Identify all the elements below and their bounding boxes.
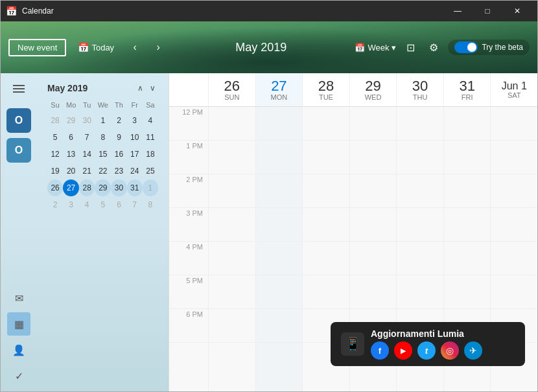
toast-twitter-link[interactable]: t <box>417 341 436 360</box>
cell-fri-1[interactable] <box>444 141 491 174</box>
mini-cal-day-1[interactable]: 1 <box>143 179 158 196</box>
cell-sun-2[interactable] <box>209 174 255 208</box>
cell-fri-12[interactable] <box>444 107 491 141</box>
mini-cal-next[interactable]: ∨ <box>147 82 158 94</box>
mini-cal-day-19[interactable]: 19 <box>47 163 63 179</box>
cell-fri-2[interactable] <box>444 174 491 208</box>
cell-thu-4[interactable] <box>397 242 443 275</box>
mini-cal-day-7[interactable]: 7 <box>79 129 95 146</box>
prev-button[interactable]: ‹ <box>126 38 144 56</box>
cell-wed-12[interactable] <box>350 107 397 141</box>
share-button[interactable]: ⊡ <box>401 38 419 56</box>
mini-cal-day-13[interactable]: 13 <box>63 146 79 163</box>
cell-tue-12[interactable] <box>303 107 349 141</box>
mini-cal-day-30[interactable]: 30 <box>111 179 126 196</box>
mini-cal-day-20[interactable]: 20 <box>63 163 79 179</box>
minimize-button[interactable]: — <box>443 1 473 21</box>
beta-toggle-switch[interactable] <box>454 41 478 53</box>
mini-cal-day-27[interactable]: 27 <box>63 179 79 196</box>
cell-tue-1[interactable] <box>303 141 349 174</box>
cell-wed-5[interactable] <box>350 275 397 309</box>
mini-cal-day-12[interactable]: 12 <box>47 146 63 163</box>
mini-cal-day-8[interactable]: 8 <box>143 196 158 213</box>
cell-mon-12[interactable] <box>256 107 303 141</box>
today-button[interactable]: 📅 Today <box>71 40 121 55</box>
cell-tue-4[interactable] <box>303 242 349 275</box>
cell-wed-3[interactable] <box>350 208 397 242</box>
cell-sat-5[interactable] <box>491 275 537 309</box>
hamburger-menu-button[interactable] <box>7 77 30 100</box>
mini-cal-day-22[interactable]: 22 <box>95 163 111 179</box>
mini-cal-day-31[interactable]: 31 <box>127 179 143 196</box>
cell-mon-3[interactable] <box>256 208 303 242</box>
mini-cal-day-29[interactable]: 29 <box>63 112 79 129</box>
cell-mon-2[interactable] <box>256 174 303 208</box>
mini-cal-day-29[interactable]: 29 <box>95 179 111 196</box>
mini-cal-day-23[interactable]: 23 <box>111 163 126 179</box>
mini-cal-day-24[interactable]: 24 <box>127 163 143 179</box>
settings-button[interactable]: ⚙ <box>425 38 443 56</box>
mini-cal-day-3[interactable]: 3 <box>63 196 79 213</box>
mini-cal-prev[interactable]: ∧ <box>135 82 146 94</box>
sidebar-item-outlook2[interactable]: O <box>6 138 31 163</box>
cell-sat-3[interactable] <box>491 208 537 242</box>
mini-cal-day-10[interactable]: 10 <box>127 129 143 146</box>
sidebar-item-tasks[interactable]: ✓ <box>7 364 30 387</box>
cell-mon-4[interactable] <box>256 242 303 275</box>
mini-cal-day-5[interactable]: 5 <box>95 196 111 213</box>
cell-wed-1[interactable] <box>350 141 397 174</box>
cell-sat-2[interactable] <box>491 174 537 208</box>
cell-fri-3[interactable] <box>444 208 491 242</box>
cell-mon-5[interactable] <box>256 275 303 309</box>
mini-cal-day-16[interactable]: 16 <box>111 146 126 163</box>
maximize-button[interactable]: □ <box>473 1 502 21</box>
mini-cal-day-9[interactable]: 9 <box>111 129 126 146</box>
mini-cal-day-15[interactable]: 15 <box>95 146 111 163</box>
toast-instagram-link[interactable]: ◎ <box>441 341 459 360</box>
mini-cal-day-2[interactable]: 2 <box>111 112 126 129</box>
mini-cal-day-11[interactable]: 11 <box>143 129 158 146</box>
cell-sun-3[interactable] <box>209 208 255 242</box>
mini-cal-day-7[interactable]: 7 <box>127 196 143 213</box>
cell-tue-3[interactable] <box>303 208 349 242</box>
mini-cal-day-28[interactable]: 28 <box>47 112 63 129</box>
cell-wed-2[interactable] <box>350 174 397 208</box>
mini-cal-day-6[interactable]: 6 <box>63 129 79 146</box>
cell-sat-1[interactable] <box>491 141 537 174</box>
next-button[interactable]: › <box>149 38 167 56</box>
cell-mon-6[interactable] <box>256 309 303 343</box>
mini-cal-day-5[interactable]: 5 <box>47 129 63 146</box>
mini-cal-day-8[interactable]: 8 <box>95 129 111 146</box>
mini-cal-day-4[interactable]: 4 <box>79 196 95 213</box>
cell-thu-3[interactable] <box>397 208 443 242</box>
sidebar-item-outlook1[interactable]: O <box>6 108 31 133</box>
mini-cal-day-3[interactable]: 3 <box>127 112 143 129</box>
mini-cal-day-26[interactable]: 26 <box>47 179 63 196</box>
cell-sun-12[interactable] <box>209 107 255 141</box>
toast-telegram-link[interactable]: ✈ <box>464 341 482 360</box>
cell-thu-2[interactable] <box>397 174 443 208</box>
toast-facebook-link[interactable]: f <box>371 341 389 360</box>
mini-cal-day-1[interactable]: 1 <box>95 112 111 129</box>
cell-sun-5[interactable] <box>209 275 255 309</box>
cell-sat-4[interactable] <box>491 242 537 275</box>
close-button[interactable]: ✕ <box>502 1 532 21</box>
cell-mon-1[interactable] <box>256 141 303 174</box>
cell-fri-4[interactable] <box>444 242 491 275</box>
sidebar-item-mail[interactable]: ✉ <box>7 286 30 310</box>
mini-cal-day-17[interactable]: 17 <box>127 146 143 163</box>
week-selector[interactable]: 📅 Week ▾ <box>355 43 396 52</box>
cell-tue-5[interactable] <box>303 275 349 309</box>
mini-cal-day-28[interactable]: 28 <box>79 179 95 196</box>
toast-youtube-link[interactable]: ▶ <box>394 341 412 360</box>
cell-fri-5[interactable] <box>444 275 491 309</box>
new-event-button[interactable]: New event <box>8 39 66 56</box>
mini-cal-day-2[interactable]: 2 <box>47 196 63 213</box>
cell-thu-1[interactable] <box>397 141 443 174</box>
mini-cal-day-6[interactable]: 6 <box>111 196 126 213</box>
cell-sat-12[interactable] <box>491 107 537 141</box>
cell-sun-6[interactable] <box>209 309 255 343</box>
cell-sun-1[interactable] <box>209 141 255 174</box>
mini-cal-day-21[interactable]: 21 <box>79 163 95 179</box>
cell-wed-4[interactable] <box>350 242 397 275</box>
